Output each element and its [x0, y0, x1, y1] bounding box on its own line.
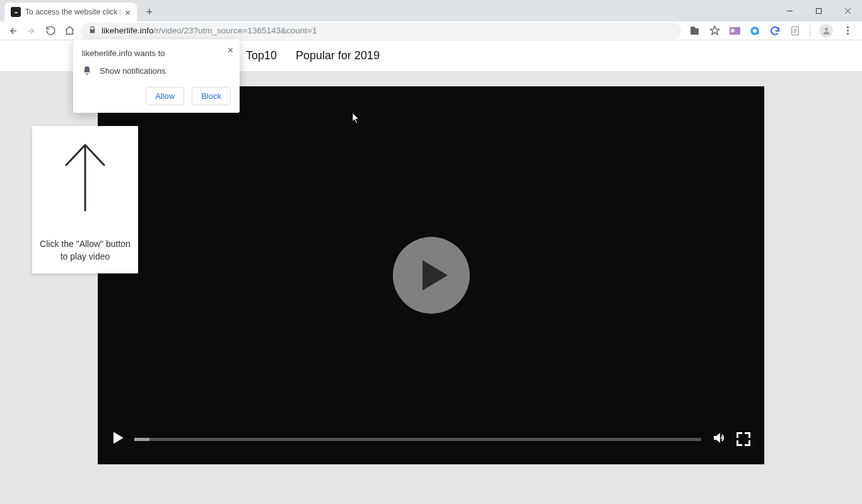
tab-strip: •• To access the website click the "A × …	[0, 0, 862, 21]
svg-rect-10	[756, 32, 759, 34]
quicktime-extension-icon[interactable]	[749, 25, 760, 37]
mouse-cursor-icon	[352, 112, 361, 127]
sync-extension-icon[interactable]	[769, 25, 781, 37]
lock-icon	[88, 26, 96, 36]
nav-top10[interactable]: Top10	[246, 49, 277, 62]
browser-menu-button[interactable]	[842, 26, 853, 35]
toolbar-separator	[810, 25, 810, 37]
video-player	[98, 86, 764, 464]
forward-button[interactable]	[24, 23, 39, 38]
popup-permission-label: Show notifications	[100, 66, 166, 76]
page-body: Click the "Allow" button to play video	[0, 71, 862, 504]
progress-bar[interactable]	[134, 438, 701, 441]
bell-icon	[82, 66, 92, 76]
svg-point-9	[753, 29, 757, 33]
popup-actions: Allow Block	[82, 87, 231, 105]
popup-close-icon[interactable]: ×	[228, 45, 233, 56]
star-icon[interactable]	[709, 25, 720, 37]
play-button[interactable]	[112, 431, 124, 447]
player-controls	[112, 430, 750, 448]
flag-extension-icon[interactable]	[729, 25, 740, 37]
popup-title: likeherlife.info wants to	[82, 49, 231, 58]
tab-close-icon[interactable]: ×	[125, 8, 131, 17]
url-domain: likeherlife.info	[102, 26, 154, 35]
instruction-line2: to play video	[61, 251, 110, 261]
instruction-line1: Click the "Allow" button	[40, 239, 131, 249]
tab-favicon: ••	[11, 7, 21, 17]
window-maximize-button[interactable]	[804, 0, 833, 21]
window-minimize-button[interactable]	[775, 0, 804, 21]
translate-icon[interactable]	[689, 25, 700, 37]
url-path: /r/video/23?utm_source=1365143&count=1	[154, 26, 317, 35]
instruction-text: Click the "Allow" button to play video	[40, 238, 131, 263]
reload-button[interactable]	[43, 23, 58, 38]
url-text: likeherlife.info/r/video/23?utm_source=1…	[102, 26, 317, 35]
nav-popular[interactable]: Popular for 2019	[296, 49, 380, 62]
svg-rect-1	[816, 8, 821, 13]
window-controls	[775, 0, 862, 21]
block-button[interactable]: Block	[192, 87, 231, 105]
address-bar[interactable]: likeherlife.info/r/video/23?utm_source=1…	[81, 23, 681, 39]
volume-button[interactable]	[711, 430, 726, 448]
sheet-extension-icon[interactable]	[789, 25, 801, 37]
allow-button[interactable]: Allow	[146, 87, 184, 105]
svg-point-15	[825, 28, 828, 31]
profile-avatar[interactable]	[819, 24, 833, 38]
instruction-card: Click the "Allow" button to play video	[32, 126, 138, 273]
arrow-up-icon	[61, 140, 109, 217]
tab-title: To access the website click the "A	[25, 8, 120, 16]
back-button[interactable]	[5, 23, 20, 38]
progress-buffered	[134, 438, 149, 441]
fullscreen-button[interactable]	[737, 432, 750, 446]
window-close-button[interactable]	[833, 0, 862, 21]
big-play-button[interactable]	[393, 237, 470, 314]
svg-marker-6	[710, 26, 719, 34]
browser-tab[interactable]: •• To access the website click the "A ×	[4, 3, 137, 21]
toolbar-icons	[685, 24, 857, 38]
home-button[interactable]	[62, 23, 77, 38]
toolbar: likeherlife.info/r/video/23?utm_source=1…	[0, 21, 862, 40]
notification-permission-popup: × likeherlife.info wants to Show notific…	[73, 40, 240, 113]
popup-permission-row: Show notifications	[82, 66, 231, 76]
new-tab-button[interactable]: +	[141, 3, 158, 21]
